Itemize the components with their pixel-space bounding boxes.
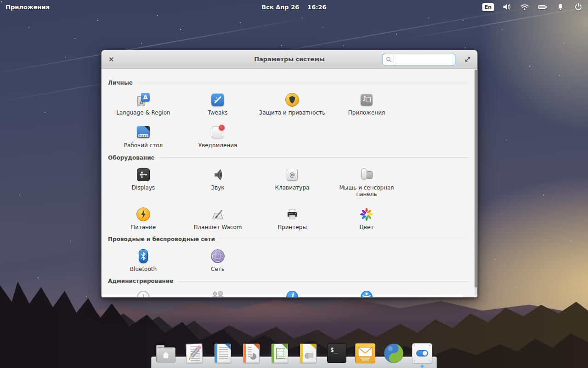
- libreoffice-draw-icon[interactable]: [297, 342, 319, 364]
- item-label: Приложения: [348, 109, 385, 116]
- settings-item-network[interactable]: Сеть: [182, 249, 254, 272]
- settings-item-printers[interactable]: Принтеры: [256, 207, 328, 230]
- maximize-icon[interactable]: [464, 55, 472, 63]
- item-label: Displays: [132, 184, 155, 191]
- scrollbar-track[interactable]: [475, 69, 477, 297]
- administration-items: i: [106, 291, 473, 298]
- search-input[interactable]: [383, 54, 455, 65]
- keyboard-icon: @: [285, 167, 300, 182]
- settings-item-universal-access[interactable]: [331, 291, 402, 298]
- text-editor-icon[interactable]: [183, 342, 205, 364]
- settings-item-color[interactable]: Цвет: [331, 207, 402, 230]
- mouse-touchpad-icon: [359, 167, 374, 182]
- system-settings-window: × Параметры системы Личные a: [101, 50, 478, 298]
- tweaks-icon: [210, 92, 225, 107]
- keyboard-layout-indicator[interactable]: En: [482, 3, 494, 11]
- settings-item-about[interactable]: i: [256, 291, 328, 298]
- panel-date: Вск Апр 26: [261, 4, 299, 11]
- network-items: Bluetooth Сеть: [106, 249, 473, 272]
- about-info-icon: i: [285, 291, 300, 298]
- volume-icon[interactable]: [502, 2, 512, 12]
- toggle-switch-glyph: [416, 350, 428, 356]
- item-label: Защита и приватность: [259, 109, 325, 116]
- settings-item-keyboard[interactable]: @ Клавиатура: [256, 167, 328, 191]
- settings-item-language-region[interactable]: a A Language & Region: [107, 92, 179, 116]
- color-icon: [359, 207, 374, 222]
- item-label: Планшет Wacom: [193, 224, 242, 230]
- panel-time: 16:26: [307, 4, 326, 11]
- item-label: Рабочий стол: [124, 142, 163, 149]
- settings-item-date-time[interactable]: [107, 291, 179, 298]
- section-header-hardware: Оборудование: [108, 155, 469, 161]
- libreoffice-calc-icon[interactable]: [269, 342, 291, 364]
- item-label: Питание: [131, 224, 156, 230]
- desktop: Приложения Вск Апр 26 16:26 En: [0, 0, 588, 368]
- section-title: Администрирование: [108, 278, 173, 284]
- date-time-icon: [136, 291, 151, 298]
- section-divider: [137, 83, 469, 83]
- wacom-tablet-icon: [210, 207, 225, 222]
- settings-item-desktop[interactable]: Рабочий стол: [107, 125, 179, 149]
- notifications-bubble-icon: [210, 125, 225, 140]
- settings-content: Личные a A Language & Region Tweaks: [102, 69, 477, 298]
- section-title: Проводные и беспроводные сети: [108, 236, 215, 242]
- language-region-icon: a A: [136, 92, 151, 107]
- power-icon[interactable]: [573, 2, 583, 12]
- item-label: Цвет: [360, 224, 374, 230]
- terminal-prompt: $_: [327, 344, 346, 363]
- libreoffice-writer-icon[interactable]: [212, 342, 234, 364]
- section-header-personal: Личные: [108, 80, 469, 86]
- scrollbar-thumb[interactable]: [475, 69, 477, 288]
- info-glyph: i: [286, 291, 298, 298]
- wifi-icon[interactable]: [520, 2, 530, 12]
- universal-access-icon: [359, 291, 374, 298]
- applications-icon: ♪: [359, 92, 374, 107]
- personal-items: a A Language & Region Tweaks: [106, 92, 473, 149]
- section-header-network: Проводные и беспроводные сети: [108, 236, 469, 242]
- hardware-items: Displays Звук @ Клавиатура: [106, 167, 473, 230]
- system-tray: En: [482, 0, 583, 14]
- web-browser-icon[interactable]: [383, 342, 405, 364]
- item-label: Звук: [211, 184, 224, 191]
- settings-item-tweaks[interactable]: Tweaks: [182, 92, 254, 116]
- item-label: Мышь и сенсорная панель: [331, 184, 402, 198]
- settings-item-power[interactable]: Питание: [107, 207, 179, 230]
- settings-item-user-accounts[interactable]: [182, 291, 254, 298]
- section-header-administration: Администрирование: [108, 278, 469, 284]
- running-indicator: [421, 365, 424, 368]
- top-panel: Приложения Вск Апр 26 16:26 En: [0, 0, 588, 14]
- displays-icon: [136, 167, 151, 182]
- close-button[interactable]: ×: [108, 50, 114, 69]
- item-label: Tweaks: [208, 109, 227, 116]
- section-divider: [159, 157, 469, 158]
- settings-item-displays[interactable]: Displays: [107, 167, 179, 191]
- notifications-icon[interactable]: [555, 2, 565, 12]
- section-title: Оборудование: [108, 155, 155, 161]
- sound-icon: [210, 167, 225, 182]
- section-divider: [178, 281, 469, 282]
- battery-icon[interactable]: [537, 2, 548, 12]
- security-privacy-icon: [285, 92, 300, 107]
- letter-badge: A: [141, 93, 150, 102]
- system-settings-icon[interactable]: [411, 342, 433, 364]
- titlebar[interactable]: × Параметры системы: [102, 50, 477, 69]
- item-label: Принтеры: [277, 224, 307, 230]
- settings-item-bluetooth[interactable]: Bluetooth: [107, 249, 179, 272]
- item-label: Сеть: [211, 266, 225, 272]
- mail-icon[interactable]: [354, 342, 376, 364]
- search-field[interactable]: [394, 54, 452, 65]
- libreoffice-impress-icon[interactable]: [240, 342, 262, 364]
- files-icon[interactable]: [155, 342, 177, 364]
- power-energy-icon: [136, 207, 151, 222]
- printers-icon: [285, 207, 300, 222]
- settings-item-security-privacy[interactable]: Защита и приватность: [256, 92, 328, 116]
- settings-item-sound[interactable]: Звук: [182, 167, 254, 191]
- terminal-icon[interactable]: $_: [326, 342, 348, 364]
- settings-item-notifications[interactable]: Уведомления: [182, 125, 254, 149]
- settings-item-wacom[interactable]: Планшет Wacom: [182, 207, 254, 230]
- settings-item-applications[interactable]: ♪ Приложения: [331, 92, 402, 116]
- dock-icons: $_: [155, 342, 433, 364]
- settings-item-mouse-touchpad[interactable]: Мышь и сенсорная панель: [331, 167, 402, 198]
- network-icon: [210, 249, 225, 264]
- section-divider: [220, 239, 469, 239]
